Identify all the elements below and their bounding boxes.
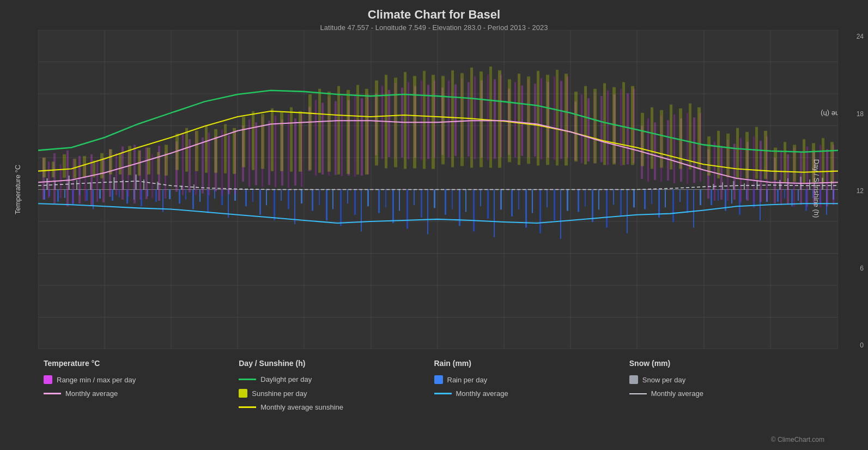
svg-rect-201	[294, 118, 296, 185]
legend-title-snow: Snow (mm)	[629, 359, 824, 368]
svg-rect-359	[764, 131, 767, 179]
svg-rect-144	[113, 177, 115, 190]
svg-rect-343	[612, 87, 616, 165]
svg-rect-171	[96, 160, 98, 202]
svg-rect-95	[518, 190, 519, 210]
svg-rect-73	[354, 190, 356, 215]
svg-rect-83	[427, 190, 428, 235]
svg-rect-33	[57, 190, 59, 202]
svg-rect-106	[598, 190, 599, 210]
svg-rect-301	[214, 129, 217, 173]
svg-rect-119	[693, 190, 694, 228]
svg-rect-164	[53, 153, 56, 203]
svg-rect-100	[554, 190, 555, 220]
svg-rect-197	[268, 121, 270, 185]
svg-rect-110	[627, 190, 628, 233]
svg-rect-117	[679, 190, 681, 202]
svg-rect-58	[245, 190, 247, 207]
svg-rect-86	[452, 190, 453, 209]
svg-rect-234	[514, 82, 516, 158]
legend-col-snow: Snow (mm) Snow per day Monthly average	[629, 359, 824, 445]
svg-rect-67	[312, 190, 313, 211]
copyright: © ClimeChart.com	[771, 436, 824, 443]
svg-rect-267	[733, 143, 736, 200]
chart-container: Climate Chart for Basel Latitude 47.557 …	[0, 0, 868, 450]
svg-rect-62	[274, 190, 275, 220]
svg-rect-338	[564, 74, 568, 165]
svg-rect-98	[539, 190, 541, 233]
svg-rect-168	[78, 156, 81, 203]
svg-rect-274	[780, 151, 782, 206]
svg-rect-235	[521, 86, 523, 156]
y-axis-left-label: Temperature °C	[0, 30, 35, 349]
svg-rect-285	[63, 154, 66, 178]
svg-rect-220	[421, 80, 422, 160]
svg-rect-77	[385, 190, 386, 208]
svg-rect-122	[718, 190, 719, 201]
svg-rect-300	[205, 125, 208, 172]
svg-rect-163	[48, 161, 50, 198]
svg-rect-228	[474, 76, 476, 159]
svg-rect-238	[541, 78, 542, 159]
svg-rect-155	[756, 180, 758, 189]
svg-rect-200	[288, 114, 289, 188]
svg-rect-317	[365, 89, 368, 175]
svg-rect-250	[620, 89, 622, 166]
svg-rect-356	[736, 128, 739, 179]
svg-rect-74	[361, 190, 362, 232]
svg-rect-69	[326, 190, 327, 220]
svg-rect-118	[687, 190, 688, 213]
svg-rect-79	[399, 190, 400, 211]
legend-line-sunshine-avg	[239, 406, 256, 408]
svg-rect-115	[665, 190, 666, 208]
svg-rect-355	[726, 134, 730, 177]
svg-rect-208	[341, 96, 343, 176]
svg-rect-307	[271, 109, 274, 171]
svg-rect-114	[658, 190, 660, 218]
svg-rect-311	[308, 94, 312, 170]
legend-box-temp-range	[44, 375, 52, 384]
legend-col-temperature: Temperature °C Range min / max per day M…	[44, 359, 239, 445]
svg-rect-218	[408, 82, 409, 159]
svg-rect-341	[593, 89, 597, 164]
svg-rect-207	[335, 101, 337, 175]
svg-rect-308	[280, 112, 283, 171]
legend-item-rain-avg: Monthly average	[434, 389, 629, 398]
svg-rect-225	[454, 85, 457, 156]
svg-rect-265	[720, 146, 723, 200]
legend-line-daylight	[239, 379, 256, 380]
svg-rect-131	[784, 190, 785, 199]
svg-rect-194	[248, 119, 250, 187]
svg-rect-191	[228, 135, 230, 194]
svg-rect-121	[711, 190, 712, 206]
svg-rect-105	[592, 190, 593, 223]
svg-rect-295	[157, 152, 160, 175]
svg-rect-90	[480, 190, 481, 207]
svg-rect-104	[585, 190, 586, 207]
svg-rect-316	[356, 85, 359, 175]
legend-item-temp-range: Range min / max per day	[44, 375, 239, 384]
svg-rect-312	[318, 89, 321, 173]
svg-rect-97	[532, 190, 533, 213]
legend-item-temp-avg: Monthly average	[44, 389, 239, 398]
svg-rect-124	[731, 190, 732, 204]
legend-item-snow-per-day: Snow per day	[629, 375, 824, 384]
right-axis-sunshine-label: Day / Sunshine (h)	[787, 30, 846, 346]
svg-rect-111	[633, 190, 635, 208]
svg-rect-50	[185, 190, 186, 200]
svg-rect-139	[46, 178, 48, 190]
svg-rect-345	[631, 86, 634, 165]
svg-rect-321	[404, 72, 406, 169]
svg-rect-305	[252, 111, 254, 170]
svg-rect-354	[717, 131, 720, 178]
svg-rect-360	[774, 148, 777, 181]
svg-rect-81	[414, 190, 415, 206]
legend-title-rain: Rain (mm)	[434, 359, 629, 368]
svg-rect-336	[546, 75, 549, 165]
svg-rect-188	[208, 133, 210, 195]
svg-rect-339	[574, 92, 578, 161]
svg-rect-120	[700, 190, 701, 206]
chart-title: Climate Chart for Basel	[0, 0, 868, 22]
svg-rect-283	[43, 158, 46, 177]
svg-rect-88	[465, 190, 466, 212]
